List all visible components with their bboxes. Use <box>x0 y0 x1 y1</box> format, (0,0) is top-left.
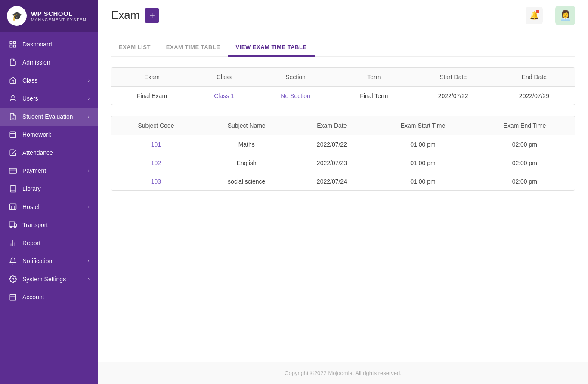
tabs-bar: EXAM LISTEXAM TIME TABLEVIEW EXAM TIME T… <box>111 40 575 57</box>
subject-code: 102 <box>111 154 201 172</box>
user-avatar-button[interactable]: 👩‍💼 <box>555 6 575 25</box>
add-exam-button[interactable]: + <box>145 8 159 23</box>
sidebar-item-users[interactable]: Users › <box>0 89 98 108</box>
svg-rect-10 <box>10 204 16 210</box>
col-header: Exam <box>111 68 192 87</box>
tab-view-exam-time-table[interactable]: VIEW EXAM TIME TABLE <box>228 40 315 57</box>
sidebar-label-class: Class <box>22 77 83 84</box>
sidebar-item-notification[interactable]: Notification › <box>0 252 98 270</box>
start-time: 01:00 pm <box>371 154 474 172</box>
subject-name: English <box>201 154 293 172</box>
table-row: 102 English 2022/07/23 01:00 pm 02:00 pm <box>111 154 575 172</box>
dashboard-icon <box>9 40 17 49</box>
page-title: Exam <box>111 9 139 22</box>
chevron-right-icon: › <box>88 168 90 174</box>
col-header: Class <box>192 68 256 87</box>
hostel-icon <box>9 203 17 211</box>
transport-icon <box>9 221 17 229</box>
exam-date: 2022/07/23 <box>292 154 371 172</box>
col-header: Exam End Time <box>475 116 575 135</box>
svg-point-4 <box>12 95 14 98</box>
page-content: EXAM LISTEXAM TIME TABLEVIEW EXAM TIME T… <box>98 31 588 362</box>
admission-icon <box>9 58 17 67</box>
sidebar-item-account[interactable]: Account <box>0 288 98 306</box>
logo-icon: 🎓 <box>7 6 27 26</box>
table-row: Final Exam Class 1 No Section Final Term… <box>111 87 575 105</box>
homework-icon <box>9 130 17 139</box>
end-time: 02:00 pm <box>475 154 575 172</box>
payment-icon <box>9 166 17 175</box>
topbar-divider <box>549 9 549 22</box>
chevron-right-icon: › <box>88 276 90 282</box>
term: Final Term <box>335 87 412 105</box>
col-header: Exam Start Time <box>371 116 474 135</box>
end-date: 2022/07/29 <box>494 87 575 105</box>
exam-summary-table-wrapper: ExamClassSectionTermStart DateEnd Date F… <box>111 67 575 105</box>
sidebar-item-homework[interactable]: Homework <box>0 126 98 144</box>
svg-rect-7 <box>10 132 16 138</box>
notification-button[interactable]: 🔔 <box>526 7 543 24</box>
table-row: 101 Maths 2022/07/22 01:00 pm 02:00 pm <box>111 135 575 154</box>
sidebar: 🎓 WP SCHOOL MANAGEMENT SYSTEM Dashboard … <box>0 0 98 384</box>
sidebar-label-transport: Transport <box>22 221 90 228</box>
chevron-right-icon: › <box>88 95 90 101</box>
student-evaluation-icon <box>9 112 17 121</box>
sidebar-item-payment[interactable]: Payment › <box>0 162 98 180</box>
page-title-row: Exam + <box>111 8 159 23</box>
exam-name: Final Exam <box>111 87 192 105</box>
table-row: 103 social science 2022/07/24 01:00 pm 0… <box>111 172 575 191</box>
sidebar-item-hostel[interactable]: Hostel › <box>0 198 98 216</box>
svg-point-14 <box>14 226 16 228</box>
svg-rect-0 <box>10 41 12 43</box>
topbar-right: 🔔 👩‍💼 <box>526 6 575 25</box>
sidebar-label-dashboard: Dashboard <box>22 41 90 48</box>
sidebar-item-dashboard[interactable]: Dashboard <box>0 35 98 53</box>
sidebar-item-report[interactable]: Report <box>0 234 98 252</box>
footer: Copyright ©2022 Mojoomla. All rights res… <box>98 362 588 384</box>
logo-text: WP SCHOOL MANAGEMENT SYSTEM <box>31 10 87 22</box>
sidebar-item-attendance[interactable]: Attendance <box>0 144 98 162</box>
sidebar-item-admission[interactable]: Admission <box>0 53 98 71</box>
svg-point-18 <box>12 278 14 280</box>
tab-exam-time-table[interactable]: EXAM TIME TABLE <box>158 40 228 57</box>
col-header: Start Date <box>413 68 494 87</box>
main-content: Exam + 🔔 👩‍💼 EXAM LISTEXAM TIME TABLEVIE… <box>98 0 588 384</box>
col-header: Subject Name <box>201 116 293 135</box>
chevron-right-icon: › <box>88 204 90 210</box>
logo-subtitle: MANAGEMENT SYSTEM <box>31 18 87 22</box>
sidebar-nav: Dashboard Admission Class › Users › Stud… <box>0 32 98 384</box>
start-time: 01:00 pm <box>371 135 474 154</box>
sidebar-item-library[interactable]: Library <box>0 180 98 198</box>
sidebar-item-class[interactable]: Class › <box>0 71 98 89</box>
svg-point-13 <box>10 226 12 228</box>
col-header: Subject Code <box>111 116 201 135</box>
library-icon <box>9 184 17 193</box>
sidebar-label-attendance: Attendance <box>22 149 90 156</box>
notification-icon <box>9 257 17 265</box>
sidebar-label-users: Users <box>22 95 83 102</box>
subject-name: Maths <box>201 135 293 154</box>
col-header: Exam Date <box>292 116 371 135</box>
start-time: 01:00 pm <box>371 172 474 191</box>
footer-text: Copyright ©2022 Mojoomla. All rights res… <box>285 370 402 376</box>
svg-rect-11 <box>9 222 14 226</box>
account-icon <box>9 293 17 301</box>
col-header: Section <box>256 68 335 87</box>
sidebar-item-system-settings[interactable]: System Settings › <box>0 270 98 288</box>
sidebar-logo[interactable]: 🎓 WP SCHOOL MANAGEMENT SYSTEM <box>0 0 98 32</box>
exam-summary-table: ExamClassSectionTermStart DateEnd Date F… <box>111 68 575 105</box>
end-time: 02:00 pm <box>475 135 575 154</box>
svg-rect-3 <box>10 45 12 47</box>
sidebar-item-transport[interactable]: Transport <box>0 216 98 234</box>
class-icon <box>9 76 17 85</box>
svg-rect-1 <box>14 41 16 43</box>
end-time: 02:00 pm <box>475 172 575 191</box>
sidebar-item-student-evaluation[interactable]: Student Evaluation › <box>0 108 98 126</box>
sidebar-label-report: Report <box>22 240 90 246</box>
start-date: 2022/07/22 <box>413 87 494 105</box>
tab-exam-list[interactable]: EXAM LIST <box>111 40 158 57</box>
report-icon <box>9 239 17 247</box>
chevron-right-icon: › <box>88 114 90 120</box>
svg-rect-2 <box>14 45 16 47</box>
logo-title: WP SCHOOL <box>31 10 87 18</box>
